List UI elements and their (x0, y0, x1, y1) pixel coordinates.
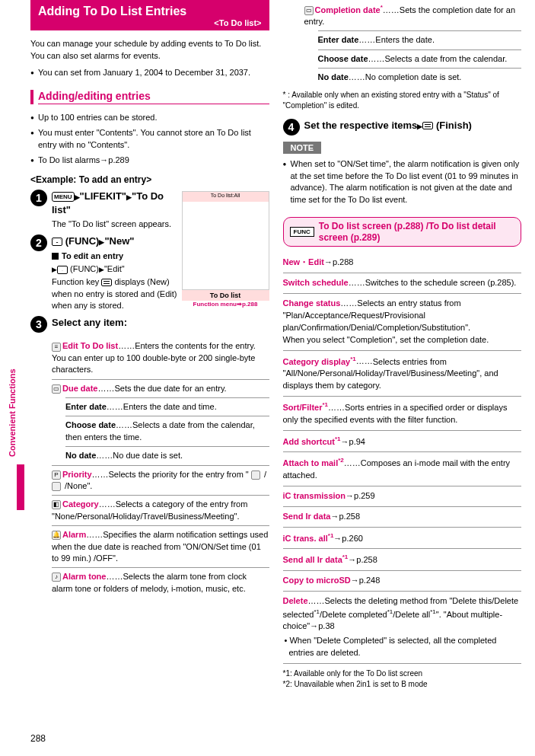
step-2: 2 (FUNC)"New" To edit an entry (FUNC)"Ed… (30, 234, 177, 311)
fn-copysd-title: Copy to microSD (283, 576, 351, 585)
step-1-body: The "To Do list" screen appears. (52, 219, 177, 230)
fn-switch-title: Switch schedule (283, 278, 349, 287)
item-enter-date: Enter dateEnters the date and time. (65, 397, 269, 416)
step-2-edit-title: To edit an entry (52, 250, 177, 262)
fn-shortcut-title: Add shortcut (283, 436, 335, 445)
func-title: To Do list screen (p.288) /To Do list de… (319, 221, 514, 243)
step-3-title: Select any item: (52, 316, 269, 330)
footnote-2: *2: Unavailable when 2in1 is set to B mo… (283, 679, 522, 690)
item-enter-date-title: Enter date (65, 402, 107, 411)
fn-change-status: Change statusSelects an entry status fro… (283, 294, 522, 351)
triangle-icon (99, 264, 104, 273)
func-button-label: FUNC (290, 227, 314, 237)
mail-key-icon (52, 238, 62, 246)
fn-attach-star: *2 (338, 457, 344, 464)
screenshot-todo-list: To Do list:All To Do list Function menu➡… (182, 191, 269, 308)
step-4: 4 Set the respective items (Finish) (283, 119, 522, 136)
intro-text: You can manage your schedule by adding e… (30, 38, 269, 62)
item-enter-date2-desc: Enters the date. (375, 35, 435, 44)
square-bullet-icon (52, 253, 59, 260)
function-key-icon (101, 279, 112, 286)
fn-new-edit: New・Edit→p.288 (283, 253, 522, 273)
completion-icon: ▭ (304, 6, 314, 15)
triangle-icon (126, 190, 132, 202)
priority-high-icon (251, 471, 260, 480)
fn-ic-trans-all: iC trans. all*1→p.260 (283, 528, 522, 550)
list-icon: ≡ (52, 343, 61, 352)
fn-delete-s3: *1 (430, 608, 436, 615)
section-subtitle: <To Do list> (38, 18, 262, 27)
fn-sendirall-ref: →p.258 (348, 555, 377, 564)
page-number: 288 (30, 733, 46, 744)
subsection-title: Adding/editing entries (38, 90, 269, 104)
step-number-2: 2 (30, 234, 47, 251)
date-icon: ▭ (52, 384, 61, 394)
fn-icall-title: iC trans. all (283, 533, 328, 542)
step2-new: "New" (104, 235, 134, 247)
item-choose-date2-title: Choose date (318, 54, 368, 63)
dots-icon (107, 402, 123, 411)
alarm-icon: 🔔 (52, 531, 61, 540)
step2-func: (FUNC) (65, 235, 100, 247)
fn-attach-mail: Attach to mail*2Composes an i-mode mail … (283, 452, 522, 486)
item-choose-date: Choose dateSelects a date from the calen… (65, 416, 269, 446)
item-no-date2-title: No date (318, 72, 349, 81)
dots-icon (358, 35, 375, 44)
item-enter-date2-title: Enter date (318, 35, 359, 44)
note-box: NOTE When set to "ON/Set time", the alar… (283, 142, 522, 207)
section-title: Adding To Do List Entries (38, 5, 262, 18)
item-no-date-title: No date (65, 451, 96, 460)
fn-catdisp-star: *1 (350, 356, 356, 362)
fn-catdisp-title: Category display (283, 356, 351, 365)
section-header: Adding To Do List Entries <To Do list> (30, 0, 269, 30)
fn-send-ir-all: Send all Ir data*1→p.258 (283, 549, 522, 571)
fn-sendir-title: Send Ir data (283, 512, 331, 521)
fn-delete-d2: /Delete completed (320, 609, 387, 618)
item-alarm-tone: ♪Alarm toneSelects the alarm tone from c… (52, 567, 269, 598)
step2-edit: "Edit" (104, 264, 125, 273)
note-label: NOTE (283, 142, 322, 154)
fn-icall-ref: →p.260 (333, 533, 363, 542)
fn-ic-transmission: iC transmission→p.259 (283, 486, 522, 507)
item-choose-date2-desc: Selects a date from the calendar. (385, 54, 508, 63)
screenshot-image: To Do list:All (182, 191, 269, 290)
item-choose-date-title: Choose date (65, 420, 116, 429)
star-footnote: * : Available only when an existing stor… (283, 90, 522, 111)
fn-change-title: Change status (283, 298, 341, 308)
footnotes: *1: Available only for the To Do list sc… (283, 668, 522, 690)
item-alarm-title: Alarm (62, 530, 86, 539)
subsection-header: Adding/editing entries (30, 90, 269, 104)
step2-body-a: Function key (52, 277, 101, 286)
fn-shortcut-star: *1 (335, 435, 341, 442)
example-heading: <Example: To add an entry> (30, 174, 269, 185)
step-1: 1 MENU"LIFEKIT""To Do list" The "To Do l… (30, 190, 177, 231)
triangle-icon (417, 120, 422, 131)
footnote-1: *1: Available only for the To Do list sc… (283, 668, 522, 679)
sub-bullet-1: Up to 100 entries can be stored. (30, 112, 269, 124)
menu-key-icon: MENU (52, 192, 75, 202)
step4-text-a: Set the respective items (304, 120, 418, 131)
fn-delete-sub: • When "Delete Completed" is selected, a… (283, 635, 522, 659)
function-menu-header: FUNC To Do list screen (p.288) /To Do li… (283, 217, 522, 247)
dots-icon (96, 451, 113, 460)
category-icon: ◧ (52, 500, 61, 509)
sub-bullet-2: You must enter "Contents". You cannot st… (30, 127, 269, 152)
dots-icon (118, 341, 135, 350)
dots-icon (97, 384, 114, 393)
item-no-date: No dateNo due date is set. (65, 446, 269, 464)
step-number-3: 3 (30, 316, 47, 333)
dots-icon (340, 298, 357, 308)
triangle-icon (52, 264, 57, 273)
fn-sort-title: Sort/Filter (283, 403, 323, 412)
item-alarm: 🔔AlarmSpecifies the alarm notification s… (52, 525, 269, 567)
fn-send-ir: Send Ir data→p.258 (283, 507, 522, 528)
item-priority-title: Priority (62, 470, 92, 479)
side-tab-bg (17, 464, 24, 510)
dots-icon (92, 470, 109, 479)
screenshot-caption-1: To Do list (182, 290, 269, 301)
step-number-1: 1 (30, 190, 47, 206)
dots-icon (106, 572, 123, 581)
dots-icon (328, 403, 345, 412)
dots-icon (349, 72, 365, 81)
item-choose-date-2: Choose dateSelects a date from the calen… (318, 49, 522, 68)
